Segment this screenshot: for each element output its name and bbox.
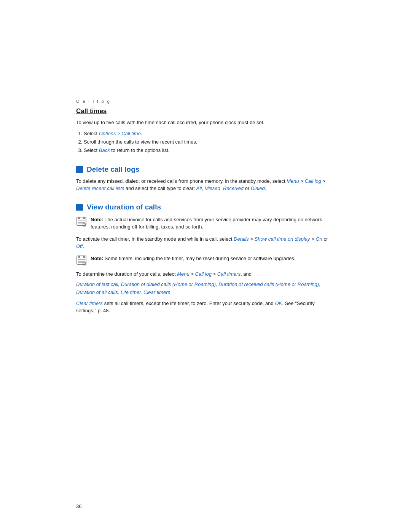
- duration-text: To determine the duration of your calls,…: [76, 270, 335, 278]
- duration-dialed-link[interactable]: Duration of dialed calls: [121, 281, 171, 287]
- menu-link-1[interactable]: Menu: [287, 178, 299, 184]
- call-times-heading: Call times: [76, 107, 335, 115]
- note-2-text: Note: Some timers, including the life ti…: [91, 255, 295, 262]
- step-2: Scroll through the calls to view the rec…: [84, 138, 335, 146]
- duration-all-calls-link[interactable]: Duration of all calls: [76, 289, 118, 295]
- svg-rect-1: [78, 217, 80, 219]
- clear-timers-link-2[interactable]: Clear timers: [76, 300, 103, 306]
- delete-recent-link[interactable]: Delete recent call lists: [76, 185, 124, 191]
- dialed-link[interactable]: Dialed: [251, 185, 265, 191]
- call-timers-link[interactable]: Call timers: [217, 271, 241, 277]
- note-icon-1: [76, 216, 87, 227]
- show-call-time-link[interactable]: Show call time on display: [255, 236, 310, 242]
- page-container: C a l l l o g Call times To view up to f…: [0, 0, 411, 532]
- life-timer-link[interactable]: Life timer: [121, 289, 141, 295]
- roaming-link-1[interactable]: Roaming: [194, 281, 214, 287]
- activation-text: To activate the call timer, in the stand…: [76, 235, 335, 250]
- duration-links-block: Duration of last call, Duration of diale…: [76, 281, 335, 297]
- view-duration-heading: View duration of calls: [76, 203, 335, 211]
- blue-square-icon-2: [76, 204, 83, 211]
- off-link[interactable]: Off: [76, 243, 83, 249]
- on-link[interactable]: On: [315, 236, 322, 242]
- note-block-2: Note: Some timers, including the life ti…: [76, 255, 335, 266]
- note-1-text: Note: The actual invoice for calls and s…: [91, 216, 335, 231]
- all-link[interactable]: All: [196, 185, 202, 191]
- svg-rect-10: [83, 256, 85, 258]
- delete-call-logs-body: To delete any missed, dialed, or receive…: [76, 177, 335, 192]
- call-log-link-1[interactable]: Call log: [305, 178, 321, 184]
- call-times-intro: To view up to five calls with the time e…: [76, 119, 335, 126]
- page-number: 36: [76, 503, 81, 509]
- duration-last-call-link[interactable]: Duration of last call: [76, 281, 118, 287]
- ok-link[interactable]: OK: [275, 300, 282, 306]
- note-icon-2: [76, 255, 87, 266]
- svg-rect-9: [78, 256, 80, 258]
- call-log-link-2[interactable]: Call log: [195, 271, 212, 277]
- note-block-1: Note: The actual invoice for calls and s…: [76, 216, 335, 231]
- clear-timers-link-1[interactable]: Clear timers: [143, 289, 170, 295]
- home-link-1[interactable]: Home: [174, 281, 187, 287]
- step-3: Select Back to return to the options lis…: [84, 146, 335, 155]
- clear-timers-block: Clear timers sets all call timers, excep…: [76, 300, 335, 315]
- step-1: Select Options > Call time.: [84, 129, 335, 138]
- blue-square-icon: [76, 166, 83, 173]
- section-label: C a l l l o g: [76, 99, 335, 104]
- home-link-2[interactable]: Home: [277, 281, 290, 287]
- roaming-link-2[interactable]: Roaming: [298, 281, 317, 287]
- delete-call-logs-heading: Delete call logs: [76, 165, 335, 174]
- back-link[interactable]: Back: [99, 147, 110, 153]
- call-times-steps: Select Options > Call time. Scroll throu…: [84, 129, 335, 155]
- received-link[interactable]: Received: [223, 185, 244, 191]
- svg-rect-2: [83, 217, 85, 219]
- missed-link[interactable]: Missed: [204, 185, 220, 191]
- menu-link-2[interactable]: Menu: [177, 271, 190, 277]
- options-call-time-link[interactable]: Options > Call time: [99, 131, 141, 136]
- details-link[interactable]: Details: [234, 236, 249, 242]
- duration-received-link[interactable]: Duration of received calls: [218, 281, 274, 287]
